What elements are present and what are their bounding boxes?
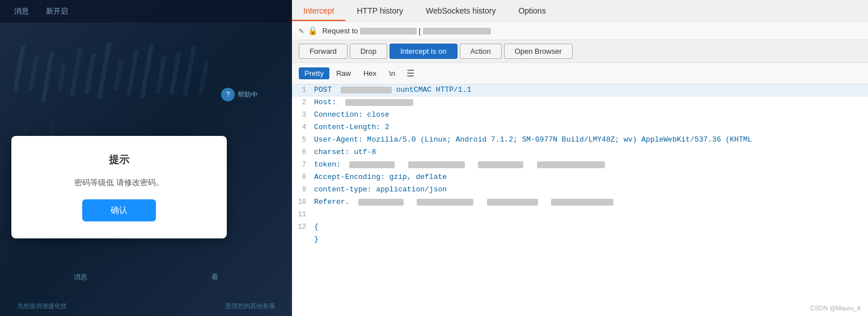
- format-menu-icon[interactable]: ☰: [402, 66, 419, 80]
- line-num-12: 12: [292, 222, 312, 231]
- lock-icon: 🔒: [308, 26, 317, 35]
- format-hex-button[interactable]: Hex: [358, 67, 382, 79]
- line-num-3: 3: [292, 110, 312, 119]
- line-num-13: [292, 234, 312, 236]
- line-num-5: 5: [292, 135, 312, 144]
- help-area: ? 帮助中: [221, 88, 258, 101]
- csdn-watermark: CSDN @Mauro_K: [810, 305, 861, 311]
- url-redacted-path: [423, 28, 491, 35]
- line-content-3: Connection: close: [312, 110, 868, 119]
- url-text: Request to [: [322, 27, 861, 35]
- tab-http-history[interactable]: HTTP history: [345, 2, 414, 21]
- line7-redacted-3: [478, 161, 523, 168]
- line-content-11: [312, 210, 868, 211]
- edit-icon: ✎: [299, 26, 303, 35]
- modal-overlay: 提示 密码等级低 请修改密码。 确认: [0, 125, 266, 294]
- help-text: 帮助中: [238, 90, 258, 100]
- bottom-label-right: 受理您的其他各项: [225, 302, 275, 310]
- line-content-6: charset: utf-8: [312, 147, 868, 157]
- line-content-5: User-Agent: Mozilla/5.0 (Linux; Android …: [312, 135, 868, 144]
- forward-button[interactable]: Forward: [299, 44, 348, 59]
- url-redacted-host: [360, 28, 417, 35]
- help-button[interactable]: ?: [221, 88, 235, 101]
- format-raw-button[interactable]: Raw: [331, 67, 357, 79]
- format-bar: Pretty Raw Hex \n ☰: [292, 63, 868, 84]
- line10-redacted-3: [487, 199, 538, 206]
- tab-intercept[interactable]: Intercept: [292, 2, 345, 21]
- request-line-8: 8 Accept-Encoding: gzip, deflate: [292, 172, 868, 184]
- line-num-1: 1: [292, 85, 312, 94]
- format-newline-button[interactable]: \n: [383, 67, 401, 79]
- line-num-2: 2: [292, 97, 312, 106]
- request-line-7: 7 token:: [292, 159, 868, 172]
- request-line-10: 10 Referer.: [292, 197, 868, 209]
- line7-redacted-1: [349, 161, 395, 168]
- bottom-label-left: 为您提供便捷化技: [17, 302, 67, 310]
- tab-websockets-history[interactable]: WebSockets history: [414, 2, 507, 21]
- request-line-11: 11: [292, 209, 868, 221]
- modal-title: 提示: [109, 153, 129, 166]
- line-num-4: 4: [292, 122, 312, 131]
- line10-redacted-2: [417, 199, 473, 206]
- line10-redacted-1: [358, 199, 404, 206]
- action-button[interactable]: Action: [460, 44, 502, 59]
- line-content-13: }: [312, 234, 868, 244]
- burp-intercept-panel: Intercept HTTP history WebSockets histor…: [292, 0, 868, 316]
- request-line-12: 12 {: [292, 221, 868, 234]
- line-content-4: Content-Length: 2: [312, 122, 868, 132]
- line-content-12: {: [312, 222, 868, 232]
- format-pretty-button[interactable]: Pretty: [299, 67, 329, 79]
- line-num-11: 11: [292, 210, 312, 219]
- open-browser-button[interactable]: Open Browser: [504, 44, 573, 59]
- request-line-1: 1 POST ountCMAC HTTP/1.1: [292, 84, 868, 97]
- left-nav-new[interactable]: 新开启: [40, 3, 74, 19]
- request-line-2: 2 Host:: [292, 97, 868, 109]
- line10-redacted-4: [551, 199, 613, 206]
- left-background-panel: 消息 新开启 ? 帮助中 消息 看 提示 密码等级低 请修改密码。 确认 为您提…: [0, 0, 292, 316]
- line-num-8: 8: [292, 172, 312, 181]
- line7-redacted-2: [408, 161, 465, 168]
- line1-redacted-url: [341, 87, 392, 93]
- line2-redacted-host: [345, 99, 413, 106]
- line-num-7: 7: [292, 160, 312, 169]
- line-content-9: content-type: application/json: [312, 185, 868, 194]
- left-nav-messages[interactable]: 消息: [9, 3, 35, 19]
- left-topbar: 消息 新开启: [0, 0, 292, 23]
- tab-options[interactable]: Options: [507, 2, 557, 21]
- request-line-4: 4 Content-Length: 2: [292, 122, 868, 134]
- request-line-3: 3 Connection: close: [292, 109, 868, 122]
- modal-message: 密码等级低 请修改密码。: [74, 178, 164, 188]
- url-prefix: Request to: [322, 27, 358, 35]
- line-num-6: 6: [292, 147, 312, 156]
- modal-confirm-button[interactable]: 确认: [82, 199, 156, 221]
- line-content-8: Accept-Encoding: gzip, deflate: [312, 172, 868, 182]
- request-line-6: 6 charset: utf-8: [292, 147, 868, 159]
- bottom-labels: 为您提供便捷化技 受理您的其他各项: [17, 302, 275, 310]
- action-bar: Forward Drop Intercept is on Action Open…: [292, 40, 868, 63]
- request-line-13: }: [292, 234, 868, 246]
- request-line-5: 5 User-Agent: Mozilla/5.0 (Linux; Androi…: [292, 134, 868, 147]
- tabs-bar: Intercept HTTP history WebSockets histor…: [292, 0, 868, 22]
- line-num-10: 10: [292, 197, 312, 206]
- line-num-9: 9: [292, 185, 312, 194]
- request-content[interactable]: 1 POST ountCMAC HTTP/1.1 2 Host: 3 Conne…: [292, 84, 868, 316]
- request-line-9: 9 content-type: application/json: [292, 184, 868, 197]
- line-content-10: Referer.: [312, 197, 868, 207]
- url-bracket: [: [419, 27, 421, 35]
- line-content-2: Host:: [312, 97, 868, 107]
- line7-redacted-4: [537, 161, 605, 168]
- url-bar: ✎ 🔒 Request to [: [292, 22, 868, 40]
- line-content-7: token:: [312, 160, 868, 169]
- line-content-1: POST ountCMAC HTTP/1.1: [312, 85, 868, 95]
- intercept-on-button[interactable]: Intercept is on: [389, 44, 458, 59]
- modal-box: 提示 密码等级低 请修改密码。 确认: [11, 136, 227, 238]
- drop-button[interactable]: Drop: [350, 44, 387, 59]
